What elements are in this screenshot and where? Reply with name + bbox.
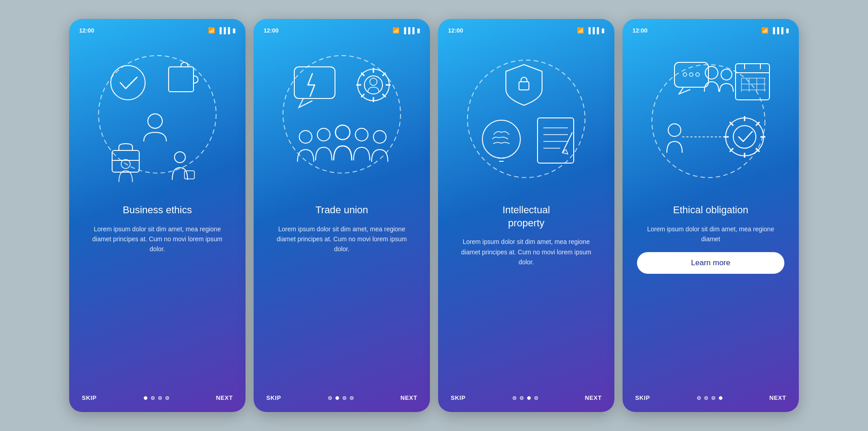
svg-point-12 xyxy=(364,76,382,94)
skip-button-1[interactable]: SKIP xyxy=(82,394,97,401)
status-icons-1: 📶 ▐▐▐ ▮ xyxy=(208,27,236,34)
nav-row-3: SKIP NEXT xyxy=(438,387,614,401)
status-bar-3: 12:00 📶 ▐▐▐ ▮ xyxy=(438,27,614,34)
svg-point-58 xyxy=(733,126,756,148)
svg-rect-4 xyxy=(112,150,139,172)
business-ethics-svg xyxy=(85,42,230,196)
status-bar-2: 12:00 📶 ▐▐▐ ▮ xyxy=(254,27,430,34)
dot-4-4 xyxy=(719,396,722,400)
screen-body-1: Lorem ipsum dolor sit dim amet, mea regi… xyxy=(84,224,231,254)
svg-point-22 xyxy=(299,131,312,143)
illustration-2 xyxy=(269,42,414,196)
svg-point-23 xyxy=(317,128,330,141)
battery-icon-2: ▮ xyxy=(417,27,420,34)
svg-rect-2 xyxy=(169,67,193,92)
dot-3-4 xyxy=(534,396,538,400)
nav-row-1: SKIP NEXT xyxy=(69,387,245,401)
battery-icon-4: ▮ xyxy=(786,27,789,34)
signal-icon-1: ▐▐▐ xyxy=(217,27,230,34)
next-button-3[interactable]: NEXT xyxy=(585,394,602,401)
status-time-3: 12:00 xyxy=(448,27,463,34)
dot-2-4 xyxy=(350,396,354,400)
status-bar-1: 12:00 📶 ▐▐▐ ▮ xyxy=(69,27,245,34)
svg-point-1 xyxy=(111,66,145,100)
dot-4-2 xyxy=(704,396,708,400)
intellectual-property-svg xyxy=(454,42,599,196)
svg-point-29 xyxy=(482,120,520,158)
svg-point-41 xyxy=(683,73,687,76)
next-button-2[interactable]: NEXT xyxy=(401,394,417,401)
text-section-3: Intellectual property Lorem ipsum dolor … xyxy=(438,204,614,387)
status-time-1: 12:00 xyxy=(79,27,94,34)
illustration-3 xyxy=(454,42,599,196)
screens-container: 12:00 📶 ▐▐▐ ▮ xyxy=(69,19,799,412)
wifi-icon-1: 📶 xyxy=(208,27,215,34)
svg-line-37 xyxy=(562,132,572,153)
next-button-1[interactable]: NEXT xyxy=(216,394,233,401)
svg-point-7 xyxy=(175,152,185,163)
status-icons-3: 📶 ▐▐▐ ▮ xyxy=(577,27,604,34)
screen-business-ethics: 12:00 📶 ▐▐▐ ▮ xyxy=(69,19,245,412)
nav-dots-4 xyxy=(697,396,722,400)
illustration-1 xyxy=(85,42,230,196)
illustration-4 xyxy=(638,42,783,196)
nav-row-4: SKIP NEXT xyxy=(623,387,799,401)
svg-point-26 xyxy=(373,131,386,143)
dot-3-3 xyxy=(527,396,531,400)
nav-row-2: SKIP NEXT xyxy=(254,387,430,401)
wifi-icon-3: 📶 xyxy=(577,27,584,34)
status-time-4: 12:00 xyxy=(632,27,647,34)
status-icons-2: 📶 ▐▐▐ ▮ xyxy=(392,27,420,34)
battery-icon-1: ▮ xyxy=(232,27,236,34)
svg-point-45 xyxy=(721,69,732,80)
nav-dots-3 xyxy=(513,396,538,400)
nav-dots-2 xyxy=(328,396,354,400)
signal-icon-2: ▐▐▐ xyxy=(402,27,415,34)
skip-button-4[interactable]: SKIP xyxy=(635,394,650,401)
screen-intellectual-property: 12:00 📶 ▐▐▐ ▮ xyxy=(438,19,614,412)
ethical-obligation-svg xyxy=(638,42,783,196)
screen-body-4: Lorem ipsum dolor sit dim amet, mea regi… xyxy=(637,224,784,244)
learn-more-button[interactable]: Learn more xyxy=(637,252,784,274)
screen-title-1: Business ethics xyxy=(84,204,231,217)
dot-3-2 xyxy=(520,396,524,400)
svg-point-21 xyxy=(370,78,377,85)
svg-point-67 xyxy=(668,124,681,136)
svg-point-24 xyxy=(335,125,350,140)
dot-1-3 xyxy=(158,396,162,400)
svg-rect-28 xyxy=(519,82,529,90)
dot-2-2 xyxy=(335,396,339,400)
screen-title-2: Trade union xyxy=(268,204,415,217)
next-button-4[interactable]: NEXT xyxy=(769,394,786,401)
screen-trade-union: 12:00 📶 ▐▐▐ ▮ xyxy=(254,19,430,412)
dot-4-3 xyxy=(712,396,715,400)
svg-point-9 xyxy=(283,56,401,173)
dot-3-1 xyxy=(513,396,516,400)
screen-title-4: Ethical obligation xyxy=(637,204,784,217)
dot-1-4 xyxy=(165,396,169,400)
text-section-2: Trade union Lorem ipsum dolor sit dim am… xyxy=(254,204,430,387)
dot-4-1 xyxy=(697,396,701,400)
status-bar-4: 12:00 📶 ▐▐▐ ▮ xyxy=(623,27,799,34)
dot-1-1 xyxy=(144,396,147,400)
status-time-2: 12:00 xyxy=(264,27,278,34)
text-section-4: Ethical obligation Lorem ipsum dolor sit… xyxy=(623,204,799,387)
svg-rect-10 xyxy=(294,67,335,98)
signal-icon-4: ▐▐▐ xyxy=(771,27,783,34)
svg-point-44 xyxy=(705,66,718,79)
dot-2-1 xyxy=(328,396,332,400)
nav-dots-1 xyxy=(144,396,169,400)
text-section-1: Business ethics Lorem ipsum dolor sit di… xyxy=(69,204,245,387)
screen-title-3: Intellectual property xyxy=(453,204,600,230)
svg-point-43 xyxy=(696,73,699,76)
signal-icon-3: ▐▐▐ xyxy=(586,27,599,34)
skip-button-3[interactable]: SKIP xyxy=(451,394,466,401)
screen-body-2: Lorem ipsum dolor sit dim amet, mea regi… xyxy=(268,224,415,254)
screen-body-3: Lorem ipsum dolor sit dim amet, mea regi… xyxy=(453,237,600,267)
dot-2-3 xyxy=(343,396,346,400)
skip-button-2[interactable]: SKIP xyxy=(266,394,281,401)
svg-point-25 xyxy=(355,128,368,141)
dot-1-2 xyxy=(151,396,155,400)
svg-point-3 xyxy=(148,114,162,128)
svg-point-42 xyxy=(689,73,693,76)
